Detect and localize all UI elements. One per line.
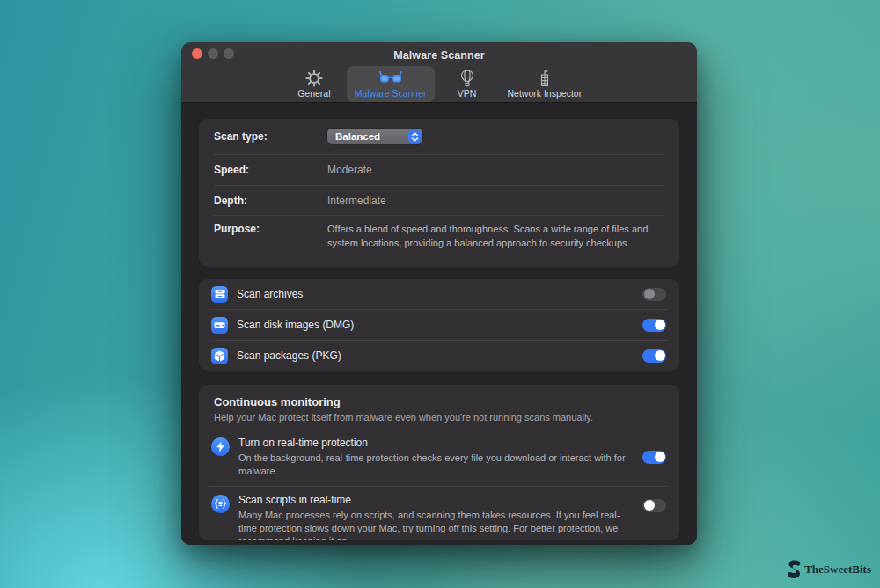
tab-label: Network Inspector (508, 88, 583, 99)
watermark: TheSweetBits (787, 560, 871, 579)
archive-icon (211, 286, 228, 303)
tab-label: Malware Scanner (355, 88, 427, 99)
continuous-monitoring-card: Continuous monitoring Help your Mac prot… (199, 385, 679, 540)
watermark-text: TheSweetBits (804, 562, 871, 577)
realtime-protection-toggle[interactable] (642, 451, 666, 464)
speed-row: Speed: Moderate (199, 155, 679, 185)
scan-disk-images-toggle[interactable] (642, 319, 666, 332)
purpose-label: Purpose: (214, 223, 327, 235)
toggle-knob (644, 500, 655, 511)
speed-value: Moderate (327, 164, 372, 176)
thesweetbits-logo-icon (787, 560, 801, 579)
minimize-button[interactable] (208, 48, 218, 59)
scan-scripts-title: Scan scripts in real-time (238, 494, 634, 506)
toggle-knob (655, 320, 665, 330)
monitoring-heading: Continuous monitoring (199, 395, 679, 408)
tab-vpn[interactable]: VPN (442, 66, 493, 102)
scan-type-label: Scan type: (214, 130, 327, 143)
toggle-knob (655, 350, 665, 361)
scan-archives-row: Scan archives (199, 279, 679, 309)
depth-value: Intermediate (327, 195, 386, 207)
tab-label: VPN (458, 88, 477, 99)
monitoring-subheading: Help your Mac protect itself from malwar… (199, 412, 679, 423)
tower-icon (538, 69, 552, 87)
depth-label: Depth: (214, 195, 327, 207)
toggle-knob (644, 289, 655, 299)
purpose-value: Offers a blend of speed and thoroughness… (327, 223, 664, 251)
zoom-button[interactable] (224, 48, 234, 59)
titlebar: Malware Scanner (181, 42, 697, 65)
realtime-protection-title: Turn on real-time protection (238, 437, 634, 449)
tab-label: General (297, 88, 330, 99)
depth-row: Depth: Intermediate (199, 186, 679, 215)
scan-disk-images-label: Scan disk images (DMG) (237, 319, 642, 331)
bolt-icon (211, 437, 230, 456)
chevron-up-down-icon (408, 130, 421, 143)
disk-image-icon (211, 317, 228, 334)
speed-label: Speed: (214, 164, 327, 176)
scan-packages-row: Scan packages (PKG) (199, 341, 679, 371)
scan-disk-images-row: Scan disk images (DMG) (199, 310, 679, 340)
preferences-window: Malware Scanner General (181, 42, 697, 545)
scan-type-card: Scan type: Balanced Speed: Moderate Dept… (199, 119, 679, 267)
toggle-knob (655, 452, 665, 462)
tab-malware-scanner[interactable]: Malware Scanner (347, 66, 435, 102)
scan-archives-label: Scan archives (237, 288, 642, 300)
realtime-protection-row: Turn on real-time protection On the back… (199, 430, 679, 486)
scan-scripts-toggle[interactable] (642, 499, 666, 512)
scan-options-card: Scan archives Scan disk images (DMG) (199, 279, 679, 371)
scan-packages-toggle[interactable] (642, 349, 666, 363)
tab-network-inspector[interactable]: Network Inspector (500, 66, 590, 102)
package-icon (211, 348, 228, 364)
purpose-row: Purpose: Offers a blend of speed and tho… (199, 216, 679, 267)
scan-scripts-description: Many Mac processes rely on scripts, and … (238, 509, 634, 540)
tab-general[interactable]: General (289, 66, 340, 102)
close-button[interactable] (192, 48, 202, 59)
window-title: Malware Scanner (393, 47, 485, 62)
scan-type-popup[interactable]: Balanced (327, 129, 422, 144)
braces-icon (211, 495, 230, 513)
scan-archives-toggle[interactable] (642, 288, 666, 301)
balloon-icon (460, 69, 474, 87)
gear-icon (305, 69, 323, 87)
scan-packages-label: Scan packages (PKG) (237, 349, 642, 362)
scan-type-row: Scan type: Balanced (199, 119, 679, 154)
popup-selected-value: Balanced (335, 131, 380, 142)
scan-scripts-row: Scan scripts in real-time Many Mac proce… (199, 487, 679, 540)
preferences-toolbar: General Malware Scanner (181, 65, 697, 103)
settings-content: Scan type: Balanced Speed: Moderate Dept… (181, 103, 697, 545)
goggles-icon (379, 69, 402, 87)
realtime-protection-description: On the background, real-time protection … (238, 452, 634, 478)
